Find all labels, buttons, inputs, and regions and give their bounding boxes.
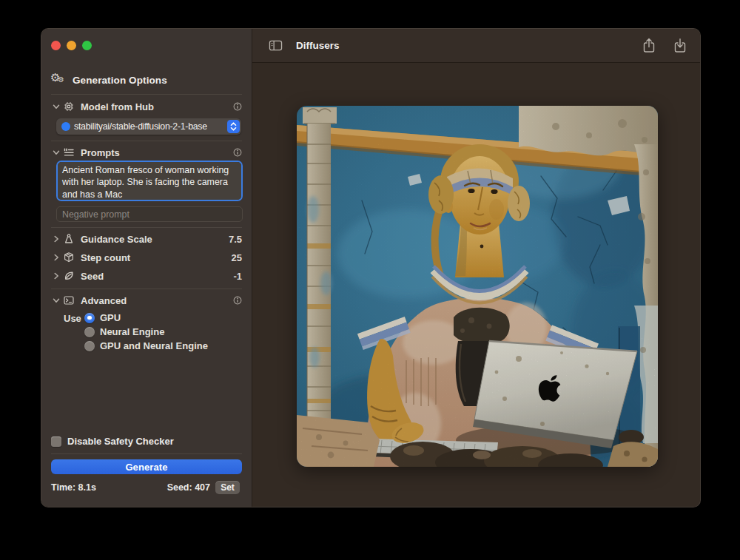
- divider: [51, 227, 242, 228]
- model-select-value: stabilityai/stable-diffusion-2-1-base: [74, 121, 226, 132]
- window-controls: [51, 41, 92, 50]
- prompt-input[interactable]: Ancient Roman fresco of woman working wi…: [56, 161, 243, 201]
- generate-button[interactable]: Generate: [51, 459, 242, 474]
- generated-image[interactable]: [297, 106, 658, 467]
- guidance-scale-row[interactable]: Guidance Scale 7.5: [41, 233, 252, 245]
- chevron-right-icon[interactable]: [51, 234, 61, 244]
- sidebar-title: Generation Options: [73, 75, 167, 86]
- shipping-box-icon: [63, 252, 75, 263]
- popup-stepper-icon[interactable]: [227, 120, 240, 133]
- minimize-window-button[interactable]: [67, 41, 76, 50]
- compute-option-gpu-and-neural-engine[interactable]: GPU and Neural Engine: [84, 340, 208, 351]
- advanced-section-header[interactable]: Advanced: [41, 294, 252, 306]
- model-section-header[interactable]: Model from Hub: [41, 101, 252, 112]
- generation-time: Time: 8.1s: [51, 482, 96, 493]
- model-select[interactable]: stabilityai/stable-diffusion-2-1-base: [56, 118, 241, 135]
- app-window: ⚙⚙ Generation Options Model from Hub: [41, 28, 701, 507]
- chevron-down-icon[interactable]: [51, 101, 61, 112]
- divider: [51, 453, 242, 454]
- terminal-icon: [63, 294, 75, 306]
- prompts-section-header[interactable]: Prompts: [41, 146, 252, 158]
- chevron-down-icon[interactable]: [51, 147, 61, 158]
- seed-row[interactable]: Seed -1: [41, 270, 252, 282]
- cpu-icon: [63, 101, 75, 112]
- seed-value: -1: [233, 271, 242, 282]
- step-count-value: 25: [232, 252, 242, 263]
- model-status-dot: [61, 122, 70, 131]
- sidebar-toggle-icon[interactable]: [269, 39, 283, 52]
- info-icon[interactable]: [232, 295, 243, 306]
- chevron-down-icon[interactable]: [51, 295, 61, 306]
- scale-weight-icon: [63, 233, 75, 245]
- guidance-scale-label: Guidance Scale: [81, 234, 152, 245]
- advanced-section-label: Advanced: [81, 295, 127, 306]
- divider: [51, 141, 242, 141]
- radio-icon[interactable]: [84, 341, 95, 351]
- sidebar: ⚙⚙ Generation Options Model from Hub: [41, 29, 252, 507]
- radio-icon[interactable]: [84, 327, 95, 337]
- radio-selected-icon[interactable]: [84, 313, 95, 323]
- main-pane: Diffusers: [252, 29, 700, 507]
- prompts-section-label: Prompts: [81, 147, 120, 158]
- result-canvas: [252, 63, 700, 507]
- divider: [51, 94, 242, 95]
- model-section-label: Model from Hub: [81, 101, 154, 112]
- chevron-right-icon[interactable]: [51, 252, 61, 263]
- app-title: Diffusers: [296, 40, 340, 51]
- compute-option-gpu[interactable]: GPU: [84, 312, 121, 323]
- info-icon[interactable]: [232, 147, 243, 158]
- zoom-window-button[interactable]: [82, 41, 92, 50]
- use-label: Use: [64, 313, 81, 324]
- close-window-button[interactable]: [51, 41, 61, 50]
- result-seed: Seed: 407: [167, 482, 210, 493]
- text-quote-icon: [63, 146, 75, 158]
- leaf-icon: [63, 270, 75, 282]
- seed-label: Seed: [81, 271, 104, 282]
- save-icon[interactable]: [673, 38, 687, 53]
- compute-option-neural-engine[interactable]: Neural Engine: [84, 326, 164, 337]
- negative-prompt-input[interactable]: [56, 206, 243, 222]
- step-count-row[interactable]: Step count 25: [41, 252, 252, 263]
- step-count-label: Step count: [81, 252, 130, 263]
- divider: [51, 289, 242, 289]
- gears-icon: ⚙⚙: [50, 73, 67, 87]
- set-seed-button[interactable]: Set: [215, 481, 240, 494]
- disable-safety-checker-row[interactable]: Disable Safety Checker: [51, 436, 174, 447]
- checkbox-icon[interactable]: [51, 436, 61, 447]
- main-toolbar: Diffusers: [252, 29, 700, 63]
- share-icon[interactable]: [642, 38, 656, 53]
- info-icon[interactable]: [232, 101, 243, 112]
- guidance-scale-value: 7.5: [229, 234, 242, 245]
- chevron-right-icon[interactable]: [51, 271, 61, 281]
